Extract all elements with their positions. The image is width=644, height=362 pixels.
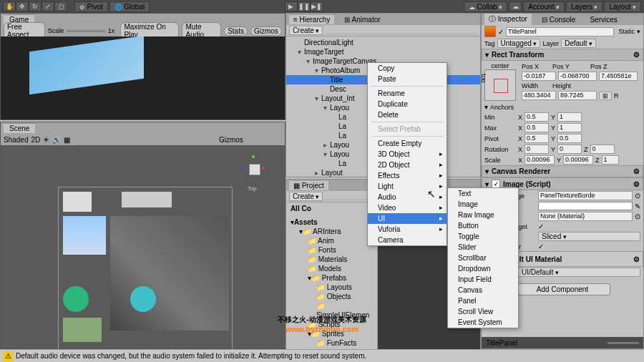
shader-dropdown[interactable]: UI/Default ▾	[518, 268, 640, 277]
collab-dropdown[interactable]: ☁ Collab ▾	[464, 1, 507, 12]
pause-button[interactable]: ❚❚	[298, 1, 311, 11]
project-create-dropdown[interactable]: Create ▾	[289, 192, 323, 201]
project-item[interactable]: All Co	[286, 204, 377, 213]
global-toggle[interactable]: 🌐 Global	[109, 1, 150, 12]
component-menu-icon[interactable]: ⚙	[633, 180, 640, 188]
tab-project[interactable]: ▦ Project	[289, 181, 328, 190]
height-field[interactable]	[558, 91, 597, 100]
tab-inspector[interactable]: ⓘ Inspector	[484, 14, 532, 25]
rect-transform-header[interactable]: Rect Transform	[492, 51, 544, 59]
scale-tool-button[interactable]: ⤢	[42, 1, 54, 11]
tab-animator[interactable]: ⊞ Animator	[340, 15, 384, 24]
menu-item-paste[interactable]: Paste	[368, 74, 447, 84]
menu-item-button[interactable]: Button	[448, 220, 518, 231]
menu-item-duplicate[interactable]: Duplicate	[368, 99, 447, 109]
color-swatch[interactable]	[538, 202, 633, 210]
menu-item-create-empty[interactable]: Create Empty	[368, 138, 447, 149]
project-item[interactable]: 📁 Models	[286, 264, 377, 273]
scale-z[interactable]	[602, 155, 619, 165]
hierarchy-item[interactable]: ▾ImageTarget	[286, 47, 480, 57]
menu-item-image[interactable]: Image	[448, 199, 518, 210]
tab-hierarchy[interactable]: ≡ Hierarchy	[289, 15, 334, 24]
scale-x[interactable]	[525, 155, 555, 165]
rot-x[interactable]	[525, 145, 549, 154]
menu-item-scroll-view[interactable]: Scroll View	[448, 306, 518, 317]
project-item[interactable]: 📁 SimpleUIElemen	[286, 301, 377, 320]
project-item[interactable]: ▾Assets	[286, 217, 377, 227]
hand-tool-button[interactable]: ✋	[3, 1, 16, 11]
menu-item-ui[interactable]: UI	[368, 213, 447, 224]
audio-toggle[interactable]: 🔊	[52, 136, 61, 144]
shaded-dropdown[interactable]: Shaded	[4, 136, 28, 144]
active-checkbox[interactable]: ✓	[498, 28, 504, 36]
scene-gizmos-toggle[interactable]: Gizmos	[219, 136, 243, 144]
footer-slider[interactable]	[608, 342, 639, 344]
anchor-max-x[interactable]	[525, 123, 549, 132]
2d-toggle[interactable]: 2D	[31, 136, 40, 144]
stats-toggle[interactable]: Stats	[224, 26, 248, 36]
menu-item-video[interactable]: Video	[368, 202, 447, 213]
component-menu-icon[interactable]: ⚙	[633, 51, 640, 59]
project-item[interactable]: 📁 Anim	[286, 236, 377, 245]
rotate-tool-button[interactable]: ↻	[29, 1, 42, 11]
menu-item-slider[interactable]: Slider	[448, 242, 518, 253]
object-name-field[interactable]	[506, 27, 614, 36]
raycast-checkbox[interactable]: ✓	[538, 222, 544, 230]
image-header[interactable]: Image (Script)	[503, 180, 551, 188]
project-item[interactable]: 📁 FunFacts	[286, 338, 377, 348]
width-field[interactable]	[522, 91, 556, 100]
hierarchy-item[interactable]: DirectionalLight	[286, 38, 480, 47]
blueprint-toggle[interactable]: ⊞	[599, 92, 612, 100]
menu-item-3d-object[interactable]: 3D Object	[368, 149, 447, 160]
add-component-button[interactable]: Add Component	[514, 283, 610, 295]
component-menu-icon[interactable]: ⚙	[633, 255, 640, 263]
object-picker-icon[interactable]: ⊙	[635, 192, 640, 200]
menu-item-event-system[interactable]: Event System	[448, 317, 518, 328]
anchor-max-y[interactable]	[557, 123, 582, 132]
menu-item-toggle[interactable]: Toggle	[448, 231, 518, 242]
rect-tool-button[interactable]: ◻	[54, 1, 67, 11]
gizmos-toggle[interactable]: Gizmos	[250, 26, 282, 36]
project-item[interactable]: 📁 Materials	[286, 255, 377, 264]
menu-item-audio[interactable]: Audio	[368, 192, 447, 202]
layer-dropdown[interactable]: Default ▾	[561, 39, 596, 48]
game-view[interactable]	[1, 36, 285, 119]
orientation-gizmo[interactable]: Top	[239, 154, 270, 185]
layers-dropdown[interactable]: Layers ▾	[566, 1, 603, 12]
menu-item-dropdown[interactable]: Dropdown	[448, 263, 518, 274]
menu-item-canvas[interactable]: Canvas	[448, 285, 518, 295]
move-tool-button[interactable]: ✥	[16, 1, 29, 11]
fx-toggle[interactable]: ▦	[64, 136, 70, 144]
tab-services[interactable]: Services	[585, 15, 621, 24]
material-field[interactable]	[538, 212, 633, 221]
pivot-y[interactable]	[557, 134, 582, 143]
menu-item-camera[interactable]: Camera	[368, 235, 447, 245]
menu-item-2d-object[interactable]: 2D Object	[368, 160, 447, 170]
account-dropdown[interactable]: Account ▾	[523, 1, 565, 12]
anchor-min-y[interactable]	[557, 112, 582, 122]
image-type-dropdown[interactable]: Sliced ▾	[538, 232, 640, 241]
tab-console[interactable]: ⊟ Console	[537, 15, 580, 24]
project-item[interactable]: 📁 Scripts	[286, 320, 377, 329]
pivot-toggle[interactable]: ⊕ Pivot	[74, 1, 108, 12]
fill-center-checkbox[interactable]: ✓	[538, 243, 544, 250]
scale-y[interactable]	[563, 155, 593, 165]
menu-item-raw-image[interactable]: Raw Image	[448, 210, 518, 220]
lighting-toggle[interactable]: ☀	[43, 136, 49, 144]
pos-z-field[interactable]	[599, 72, 638, 81]
project-tree[interactable]: All Co ▾Assets ▾📁 ARIntera 📁 Anim 📁 Font…	[286, 202, 378, 362]
menu-item-vuforia[interactable]: Vuforia	[368, 224, 447, 235]
menu-item-copy[interactable]: Copy	[368, 63, 447, 74]
project-item[interactable]: 📁 Layouts	[286, 283, 377, 292]
cloud-button[interactable]: ☁	[509, 1, 522, 11]
tag-dropdown[interactable]: Untagged ▾	[497, 39, 541, 48]
eyedropper-icon[interactable]: ✎	[635, 202, 640, 210]
menu-item-light[interactable]: Light	[368, 181, 447, 192]
tab-scene[interactable]: Scene	[4, 123, 35, 133]
anchor-min-x[interactable]	[525, 112, 549, 122]
menu-item-text[interactable]: Text	[448, 188, 518, 199]
component-menu-icon[interactable]: ⚙	[633, 167, 640, 175]
hierarchy-search[interactable]	[326, 26, 477, 34]
scene-canvas-outline[interactable]	[58, 187, 233, 351]
step-button[interactable]: ▶❚	[311, 1, 323, 11]
